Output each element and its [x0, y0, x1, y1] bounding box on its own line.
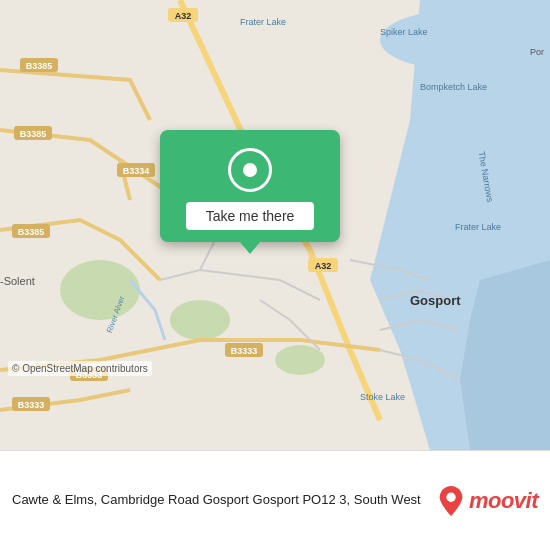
bottom-bar: Cawte & Elms, Cambridge Road Gosport Gos…	[0, 450, 550, 550]
svg-text:Frater Lake: Frater Lake	[240, 17, 286, 27]
moovit-brand-text: moovit	[469, 488, 538, 514]
svg-point-7	[60, 260, 140, 320]
svg-text:-Solent: -Solent	[0, 275, 35, 287]
svg-text:Gosport: Gosport	[410, 293, 461, 308]
moovit-pin-icon	[437, 484, 465, 518]
svg-text:B3385: B3385	[26, 61, 53, 71]
address-text: Cawte & Elms, Cambridge Road Gosport Gos…	[12, 491, 427, 509]
osm-credit: © OpenStreetMap contributors	[8, 361, 152, 376]
svg-text:Stoke Lake: Stoke Lake	[360, 392, 405, 402]
svg-text:Frater Lake: Frater Lake	[455, 222, 501, 232]
svg-text:Spiker Lake: Spiker Lake	[380, 27, 428, 37]
svg-point-38	[446, 492, 455, 501]
location-pin-icon	[228, 148, 272, 192]
pin-dot	[243, 163, 257, 177]
location-popup[interactable]: Take me there	[160, 130, 340, 242]
svg-text:B3333: B3333	[18, 400, 45, 410]
map-container: A32 A32 B3385 B3385 B3385 B3334 B3333 B3…	[0, 0, 550, 450]
svg-point-4	[380, 10, 540, 70]
svg-text:B3334: B3334	[123, 166, 150, 176]
svg-text:B3333: B3333	[231, 346, 258, 356]
location-info: Cawte & Elms, Cambridge Road Gosport Gos…	[12, 491, 427, 509]
svg-text:A32: A32	[175, 11, 192, 21]
svg-text:B3385: B3385	[20, 129, 47, 139]
svg-text:Bompketch Lake: Bompketch Lake	[420, 82, 487, 92]
take-me-there-button[interactable]: Take me there	[186, 202, 315, 230]
svg-text:Por: Por	[530, 47, 544, 57]
svg-text:A32: A32	[315, 261, 332, 271]
svg-text:B3385: B3385	[18, 227, 45, 237]
moovit-logo: moovit	[437, 484, 538, 518]
svg-point-8	[170, 300, 230, 340]
svg-point-9	[275, 345, 325, 375]
